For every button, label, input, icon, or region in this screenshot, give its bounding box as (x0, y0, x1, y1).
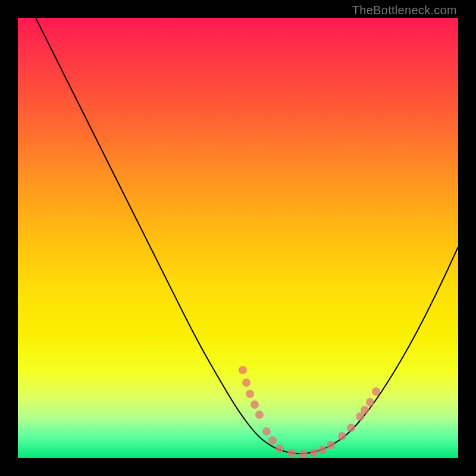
data-point-dot (262, 427, 271, 436)
data-point-dot (239, 366, 247, 374)
data-point-dot (327, 441, 335, 449)
data-point-dot (366, 398, 374, 406)
data-point-dot (347, 424, 355, 432)
data-point-dot (299, 450, 308, 458)
data-point-dot (372, 387, 380, 396)
bottleneck-curve (18, 18, 458, 458)
data-point-dot (361, 406, 369, 414)
data-point-dot (250, 400, 259, 409)
data-point-dot (338, 432, 346, 440)
data-point-dot (268, 436, 277, 444)
data-point-dot (310, 449, 318, 457)
data-point-dot (287, 449, 296, 457)
data-point-dot (255, 411, 264, 419)
watermark: TheBottleneck.com (352, 4, 457, 17)
data-point-dot (242, 378, 250, 387)
data-point-dot (318, 446, 327, 454)
data-point-dot (246, 390, 254, 398)
data-point-dot (275, 444, 284, 453)
